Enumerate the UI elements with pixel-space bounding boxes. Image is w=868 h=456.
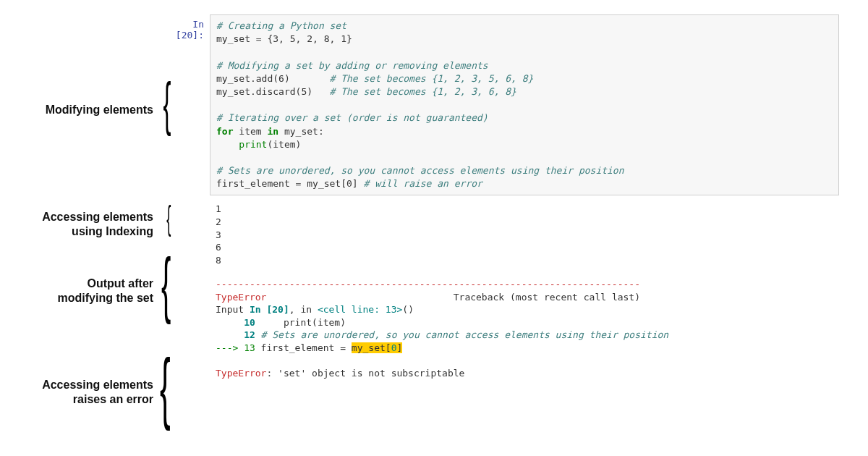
brace-icon: { bbox=[160, 347, 171, 426]
output-line: 3 bbox=[216, 229, 221, 240]
code-comment: # Iterating over a set (order is not gua… bbox=[216, 112, 488, 123]
brace-icon: { bbox=[166, 201, 171, 235]
code-line: for item in my_set: bbox=[216, 126, 324, 137]
code-line: my_set.discard(5) # The set becomes {1, … bbox=[216, 86, 516, 97]
trace-line: 10 print(item) bbox=[216, 317, 346, 328]
output-line: 2 bbox=[216, 216, 221, 227]
error-final: TypeError: 'set' object is not subscript… bbox=[216, 368, 464, 379]
annotation-column: Modifying elements { Accessing elements … bbox=[0, 14, 166, 384]
error-input-line: Input In [20], in <cell line: 13>() bbox=[216, 304, 414, 315]
traceback-output: ----------------------------------------… bbox=[210, 275, 839, 384]
label-text: using Indexing bbox=[72, 225, 153, 237]
trace-line: 12 # Sets are unordered, so you cannot a… bbox=[216, 329, 668, 340]
label-text: modifying the set bbox=[58, 292, 153, 304]
label-text: Output after bbox=[87, 277, 153, 290]
output-line: 8 bbox=[216, 255, 221, 266]
brace-icon: { bbox=[161, 248, 171, 320]
trace-line-active: ---> 13 first_element = my_set[0] bbox=[216, 342, 402, 353]
prompt-column: In [20]: bbox=[166, 14, 210, 384]
label-text: raises an error bbox=[73, 393, 153, 405]
label-output: Output after modifying the set bbox=[58, 276, 153, 305]
output-line: 6 bbox=[216, 242, 221, 253]
code-comment: # Sets are unordered, so you cannot acce… bbox=[216, 165, 624, 176]
code-comment: # Modifying a set by adding or removing … bbox=[216, 60, 488, 71]
brace-icon: { bbox=[163, 74, 171, 133]
output-line: 1 bbox=[216, 203, 221, 214]
input-prompt: In [20]: bbox=[166, 19, 210, 41]
label-text: Accessing elements bbox=[42, 379, 153, 391]
code-input-cell[interactable]: # Creating a Python set my_set = {3, 5, … bbox=[210, 14, 839, 195]
label-indexing: Accessing elements using Indexing bbox=[42, 210, 153, 239]
error-divider: ----------------------------------------… bbox=[216, 279, 640, 290]
error-header: TypeError Traceback (most recent call la… bbox=[216, 292, 640, 303]
content-column: # Creating a Python set my_set = {3, 5, … bbox=[210, 14, 839, 384]
code-comment: # Creating a Python set bbox=[216, 20, 346, 31]
label-text: Accessing elements bbox=[42, 211, 153, 223]
code-line: print(item) bbox=[216, 139, 301, 150]
code-line: my_set.add(6) # The set becomes {1, 2, 3… bbox=[216, 73, 533, 84]
page-root: Modifying elements { Accessing elements … bbox=[0, 0, 868, 392]
label-error: Accessing elements raises an error bbox=[42, 378, 153, 407]
stdout-output: 1 2 3 6 8 bbox=[210, 200, 839, 271]
code-line: my_set = {3, 5, 2, 8, 1} bbox=[216, 33, 352, 44]
code-line: first_element = my_set[0] # will raise a… bbox=[216, 178, 482, 189]
label-modifying: Modifying elements bbox=[46, 103, 153, 117]
